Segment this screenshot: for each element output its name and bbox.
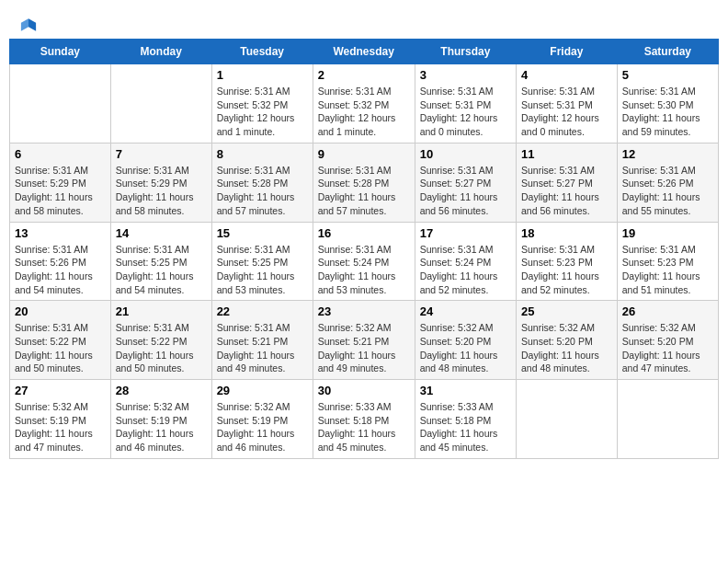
day-info: Sunrise: 5:31 AMSunset: 5:28 PMDaylight:… <box>217 164 308 218</box>
svg-marker-0 <box>28 18 36 31</box>
header-row: SundayMondayTuesdayWednesdayThursdayFrid… <box>10 40 719 64</box>
calendar-cell: 3Sunrise: 5:31 AMSunset: 5:31 PMDaylight… <box>415 64 516 144</box>
day-info: Sunrise: 5:31 AMSunset: 5:23 PMDaylight:… <box>622 243 713 297</box>
calendar-cell: 6Sunrise: 5:31 AMSunset: 5:29 PMDaylight… <box>10 143 111 222</box>
column-header-saturday: Saturday <box>617 40 718 64</box>
column-header-monday: Monday <box>110 40 211 64</box>
day-number: 10 <box>420 147 511 161</box>
calendar-cell: 17Sunrise: 5:31 AMSunset: 5:24 PMDayligh… <box>415 222 516 301</box>
column-header-sunday: Sunday <box>10 40 111 64</box>
day-info: Sunrise: 5:31 AMSunset: 5:23 PMDaylight:… <box>521 243 612 297</box>
calendar-cell <box>617 380 718 459</box>
day-number: 5 <box>622 68 713 82</box>
calendar-cell: 18Sunrise: 5:31 AMSunset: 5:23 PMDayligh… <box>517 222 618 301</box>
day-number: 27 <box>15 384 106 397</box>
day-number: 25 <box>521 304 612 318</box>
calendar-cell: 23Sunrise: 5:32 AMSunset: 5:21 PMDayligh… <box>313 301 415 380</box>
calendar-cell: 13Sunrise: 5:31 AMSunset: 5:26 PMDayligh… <box>10 222 111 301</box>
day-number: 23 <box>318 304 410 318</box>
day-info: Sunrise: 5:31 AMSunset: 5:25 PMDaylight:… <box>217 243 308 297</box>
day-info: Sunrise: 5:32 AMSunset: 5:20 PMDaylight:… <box>420 321 511 375</box>
day-number: 17 <box>420 226 511 240</box>
day-info: Sunrise: 5:32 AMSunset: 5:19 PMDaylight:… <box>217 400 308 454</box>
day-number: 22 <box>217 304 308 318</box>
calendar-cell: 26Sunrise: 5:32 AMSunset: 5:20 PMDayligh… <box>617 301 718 380</box>
calendar-cell: 9Sunrise: 5:31 AMSunset: 5:28 PMDaylight… <box>313 143 415 222</box>
calendar-cell: 21Sunrise: 5:31 AMSunset: 5:22 PMDayligh… <box>110 301 211 380</box>
calendar-cell: 20Sunrise: 5:31 AMSunset: 5:22 PMDayligh… <box>10 301 111 380</box>
column-header-wednesday: Wednesday <box>313 40 415 64</box>
calendar-week-row: 13Sunrise: 5:31 AMSunset: 5:26 PMDayligh… <box>10 222 719 301</box>
day-info: Sunrise: 5:32 AMSunset: 5:20 PMDaylight:… <box>622 321 713 375</box>
day-number: 11 <box>521 147 612 161</box>
day-number: 9 <box>318 147 410 161</box>
day-number: 16 <box>318 226 410 240</box>
day-number: 28 <box>116 384 207 397</box>
calendar-cell: 22Sunrise: 5:31 AMSunset: 5:21 PMDayligh… <box>211 301 313 380</box>
day-number: 19 <box>622 226 713 240</box>
calendar-cell: 15Sunrise: 5:31 AMSunset: 5:25 PMDayligh… <box>211 222 313 301</box>
day-number: 21 <box>116 304 207 318</box>
calendar-week-row: 20Sunrise: 5:31 AMSunset: 5:22 PMDayligh… <box>10 301 719 380</box>
day-number: 2 <box>318 68 410 82</box>
calendar-cell: 11Sunrise: 5:31 AMSunset: 5:27 PMDayligh… <box>517 143 618 222</box>
day-number: 24 <box>420 304 511 318</box>
day-number: 6 <box>15 147 106 161</box>
day-info: Sunrise: 5:31 AMSunset: 5:29 PMDaylight:… <box>116 164 207 218</box>
calendar-cell: 5Sunrise: 5:31 AMSunset: 5:30 PMDaylight… <box>617 64 718 144</box>
calendar-cell: 24Sunrise: 5:32 AMSunset: 5:20 PMDayligh… <box>415 301 516 380</box>
calendar-cell: 1Sunrise: 5:31 AMSunset: 5:32 PMDaylight… <box>211 64 313 144</box>
day-info: Sunrise: 5:31 AMSunset: 5:25 PMDaylight:… <box>116 243 207 297</box>
calendar-cell <box>10 64 111 144</box>
calendar-cell: 7Sunrise: 5:31 AMSunset: 5:29 PMDaylight… <box>110 143 211 222</box>
calendar-cell: 29Sunrise: 5:32 AMSunset: 5:19 PMDayligh… <box>211 380 313 459</box>
column-header-tuesday: Tuesday <box>211 40 313 64</box>
day-info: Sunrise: 5:32 AMSunset: 5:19 PMDaylight:… <box>116 400 207 454</box>
day-number: 14 <box>116 226 207 240</box>
day-info: Sunrise: 5:31 AMSunset: 5:24 PMDaylight:… <box>318 243 410 297</box>
header <box>9 9 719 39</box>
day-info: Sunrise: 5:31 AMSunset: 5:27 PMDaylight:… <box>521 164 612 218</box>
calendar-cell: 4Sunrise: 5:31 AMSunset: 5:31 PMDaylight… <box>517 64 618 144</box>
day-number: 30 <box>318 384 410 397</box>
day-info: Sunrise: 5:31 AMSunset: 5:32 PMDaylight:… <box>318 85 410 139</box>
day-info: Sunrise: 5:31 AMSunset: 5:27 PMDaylight:… <box>420 164 511 218</box>
day-info: Sunrise: 5:31 AMSunset: 5:26 PMDaylight:… <box>622 164 713 218</box>
day-number: 13 <box>15 226 106 240</box>
calendar-cell: 12Sunrise: 5:31 AMSunset: 5:26 PMDayligh… <box>617 143 718 222</box>
column-header-thursday: Thursday <box>415 40 516 64</box>
logo-icon <box>20 17 37 33</box>
day-number: 29 <box>217 384 308 397</box>
calendar-cell: 16Sunrise: 5:31 AMSunset: 5:24 PMDayligh… <box>313 222 415 301</box>
day-number: 3 <box>420 68 511 82</box>
calendar-week-row: 27Sunrise: 5:32 AMSunset: 5:19 PMDayligh… <box>10 380 719 459</box>
day-info: Sunrise: 5:31 AMSunset: 5:32 PMDaylight:… <box>217 85 308 139</box>
calendar-cell: 30Sunrise: 5:33 AMSunset: 5:18 PMDayligh… <box>313 380 415 459</box>
day-info: Sunrise: 5:31 AMSunset: 5:31 PMDaylight:… <box>420 85 511 139</box>
calendar-table: SundayMondayTuesdayWednesdayThursdayFrid… <box>9 39 719 459</box>
calendar-cell: 14Sunrise: 5:31 AMSunset: 5:25 PMDayligh… <box>110 222 211 301</box>
day-info: Sunrise: 5:33 AMSunset: 5:18 PMDaylight:… <box>420 400 511 454</box>
day-number: 7 <box>116 147 207 161</box>
calendar-cell: 31Sunrise: 5:33 AMSunset: 5:18 PMDayligh… <box>415 380 516 459</box>
day-number: 12 <box>622 147 713 161</box>
day-number: 31 <box>420 384 511 397</box>
day-number: 20 <box>15 304 106 318</box>
calendar-cell: 10Sunrise: 5:31 AMSunset: 5:27 PMDayligh… <box>415 143 516 222</box>
day-info: Sunrise: 5:31 AMSunset: 5:31 PMDaylight:… <box>521 85 612 139</box>
day-info: Sunrise: 5:31 AMSunset: 5:28 PMDaylight:… <box>318 164 410 218</box>
day-info: Sunrise: 5:31 AMSunset: 5:24 PMDaylight:… <box>420 243 511 297</box>
day-number: 26 <box>622 304 713 318</box>
day-number: 15 <box>217 226 308 240</box>
day-info: Sunrise: 5:32 AMSunset: 5:20 PMDaylight:… <box>521 321 612 375</box>
calendar-cell: 28Sunrise: 5:32 AMSunset: 5:19 PMDayligh… <box>110 380 211 459</box>
calendar-cell: 8Sunrise: 5:31 AMSunset: 5:28 PMDaylight… <box>211 143 313 222</box>
calendar-cell <box>517 380 618 459</box>
calendar-cell <box>110 64 211 144</box>
day-info: Sunrise: 5:31 AMSunset: 5:29 PMDaylight:… <box>15 164 106 218</box>
day-number: 4 <box>521 68 612 82</box>
day-number: 18 <box>521 226 612 240</box>
day-info: Sunrise: 5:31 AMSunset: 5:26 PMDaylight:… <box>15 243 106 297</box>
calendar-cell: 25Sunrise: 5:32 AMSunset: 5:20 PMDayligh… <box>517 301 618 380</box>
calendar-cell: 27Sunrise: 5:32 AMSunset: 5:19 PMDayligh… <box>10 380 111 459</box>
